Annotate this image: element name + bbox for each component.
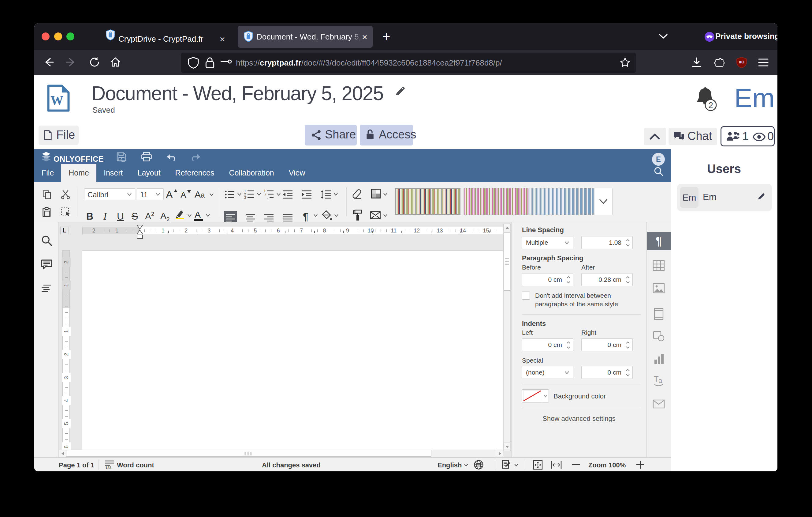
italic-button[interactable]: I: [104, 211, 107, 222]
forward-icon[interactable]: [65, 56, 77, 68]
close-window-button[interactable]: [41, 32, 50, 40]
permissions-icon[interactable]: [220, 59, 233, 67]
special-select[interactable]: (none): [522, 366, 573, 379]
format-painter-icon[interactable]: [352, 210, 362, 221]
superscript-button[interactable]: A2: [145, 211, 154, 221]
edit-user-pencil-icon[interactable]: [757, 192, 765, 200]
bullet-list-caret-icon[interactable]: [237, 193, 242, 196]
back-icon[interactable]: [43, 56, 55, 68]
change-case-icon[interactable]: Aa: [195, 189, 205, 200]
nonprinting-chars-button[interactable]: ¶: [303, 211, 309, 223]
undo-icon[interactable]: [166, 154, 177, 161]
color-scheme-icon[interactable]: [371, 189, 381, 198]
track-changes-caret-icon[interactable]: [514, 463, 519, 467]
table-settings-tab[interactable]: [652, 260, 665, 272]
shading-bucket-icon[interactable]: [321, 210, 332, 221]
comments-icon[interactable]: [41, 260, 52, 270]
font-color-caret-icon[interactable]: [206, 214, 210, 217]
header-footer-settings-tab[interactable]: [652, 308, 665, 320]
image-settings-tab[interactable]: [652, 282, 665, 294]
color-scheme-caret-icon[interactable]: [383, 193, 388, 196]
spellcheck-globe-icon[interactable]: [474, 460, 484, 470]
underline-button[interactable]: U: [117, 211, 124, 222]
file-menu-button[interactable]: File: [38, 126, 79, 145]
style-gallery-expand[interactable]: [594, 188, 612, 215]
increase-indent-icon[interactable]: [302, 190, 312, 199]
navigation-icon[interactable]: [41, 284, 52, 292]
search-icon[interactable]: [41, 235, 53, 247]
office-menu-tab[interactable]: Home: [61, 164, 96, 182]
scroll-right-arrow[interactable]: [499, 452, 501, 456]
scroll-left-arrow[interactable]: [61, 452, 64, 456]
shape-settings-tab[interactable]: [652, 330, 665, 342]
office-menu-tab[interactable]: References: [168, 164, 222, 182]
clear-style-eraser-icon[interactable]: [352, 189, 362, 199]
indent-left-spinner[interactable]: 0 cm: [522, 338, 573, 351]
cut-icon[interactable]: [61, 190, 70, 199]
fit-page-icon[interactable]: [533, 460, 543, 470]
align-right-button[interactable]: [264, 214, 273, 221]
textart-settings-tab[interactable]: Ta: [652, 374, 665, 386]
access-button[interactable]: Access: [360, 125, 413, 145]
multilevel-list-icon[interactable]: 1i.: [264, 189, 274, 199]
tab-document-active[interactable]: Document - Wed, February 5, 20 ×: [238, 26, 373, 48]
increase-font-icon[interactable]: A: [166, 189, 173, 200]
chat-button[interactable]: Chat: [668, 128, 717, 145]
new-tab-button[interactable]: +: [382, 29, 390, 44]
notifications-bell-icon[interactable]: 2: [695, 87, 718, 112]
line-spacing-caret-icon[interactable]: [334, 193, 338, 196]
tab-list-chevron-icon[interactable]: [659, 33, 668, 39]
horizontal-scrollbar[interactable]: [59, 450, 503, 457]
first-line-indent-marker[interactable]: [136, 225, 144, 239]
chart-settings-tab[interactable]: [652, 353, 665, 365]
advanced-settings-link[interactable]: Show advanced settings: [512, 415, 646, 423]
background-color-picker[interactable]: [522, 389, 549, 403]
office-menu-tab[interactable]: Layout: [130, 164, 168, 182]
home-icon[interactable]: [110, 56, 121, 68]
tab-close-icon[interactable]: ×: [362, 32, 368, 42]
shading-caret-icon[interactable]: [334, 214, 339, 217]
print-icon[interactable]: [141, 152, 152, 161]
vertical-scrollbar[interactable]: [503, 224, 511, 451]
select-all-icon[interactable]: [61, 207, 71, 217]
fit-width-icon[interactable]: [551, 460, 562, 470]
style-preview-heading[interactable]: [529, 188, 594, 215]
highlight-caret-icon[interactable]: [187, 214, 192, 217]
subscript-button[interactable]: A2: [160, 211, 170, 223]
bullet-list-icon[interactable]: [225, 190, 235, 199]
downloads-icon[interactable]: [691, 57, 702, 68]
mail-merge-caret-icon[interactable]: [383, 214, 388, 217]
copy-icon[interactable]: [42, 190, 52, 199]
language-caret-icon[interactable]: [464, 463, 468, 467]
bold-button[interactable]: B: [86, 211, 93, 222]
highlight-color-button[interactable]: [174, 209, 185, 219]
tracking-shield-icon[interactable]: [188, 57, 199, 69]
office-menu-tab[interactable]: Collaboration: [222, 164, 281, 182]
track-changes-icon[interactable]: [502, 460, 512, 469]
decrease-font-icon[interactable]: A: [180, 190, 186, 200]
justify-button[interactable]: [283, 214, 292, 221]
bookmark-star-icon[interactable]: [619, 57, 631, 68]
mail-merge-icon[interactable]: [370, 211, 381, 219]
font-name-select[interactable]: Calibri: [84, 188, 135, 200]
document-page[interactable]: [82, 250, 503, 452]
tab-close-icon[interactable]: ×: [220, 34, 225, 45]
change-case-caret-icon[interactable]: [209, 193, 214, 196]
office-menu-tab[interactable]: File: [34, 164, 61, 182]
horizontal-scroll-thumb[interactable]: [66, 450, 431, 457]
line-spacing-spinner[interactable]: 1.08: [581, 236, 633, 249]
line-spacing-icon[interactable]: [321, 190, 331, 199]
line-spacing-select[interactable]: Multiple: [522, 236, 573, 249]
search-icon[interactable]: [653, 166, 664, 177]
scroll-up-arrow[interactable]: [505, 227, 509, 229]
office-menu-tab[interactable]: View: [282, 164, 313, 182]
office-menu-tab[interactable]: Insert: [96, 164, 130, 182]
vertical-scroll-thumb[interactable]: [503, 233, 510, 291]
paste-icon[interactable]: [42, 207, 52, 217]
strikethrough-button[interactable]: S: [132, 211, 138, 222]
special-amount-spinner[interactable]: 0 cm: [581, 366, 633, 379]
zoom-out-button[interactable]: [572, 461, 581, 469]
reload-icon[interactable]: [89, 57, 100, 68]
tab-stop-selector[interactable]: L: [60, 227, 69, 234]
maximize-window-button[interactable]: [66, 32, 74, 40]
